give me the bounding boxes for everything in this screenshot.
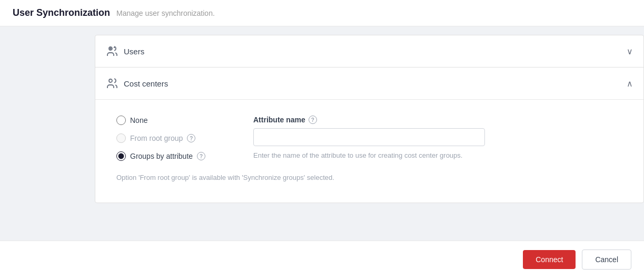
from-root-group-help-icon[interactable]: ? bbox=[187, 134, 195, 142]
cancel-button[interactable]: Cancel bbox=[582, 250, 631, 270]
radio-from-root-group-label[interactable]: From root group bbox=[130, 134, 183, 142]
cost-centers-section: Cost centers ∧ None bbox=[95, 68, 643, 203]
page-title: User Synchronization bbox=[13, 7, 110, 18]
options-and-attribute: None From root group ? Group bbox=[116, 116, 622, 161]
cost-centers-section-header[interactable]: Cost centers ∧ bbox=[95, 68, 643, 100]
svg-point-1 bbox=[110, 48, 111, 49]
attribute-label-row: Attribute name ? bbox=[253, 116, 485, 124]
users-section-left: Users bbox=[106, 45, 144, 57]
radio-none-label[interactable]: None bbox=[130, 116, 147, 124]
svg-point-3 bbox=[109, 79, 112, 82]
attribute-hint: Enter the name of the attribute to use f… bbox=[253, 150, 485, 161]
radio-groups-by-attribute-label[interactable]: Groups by attribute bbox=[130, 152, 193, 160]
page-subtitle: Manage user synchronization. bbox=[116, 9, 215, 17]
svg-point-2 bbox=[114, 47, 115, 48]
users-chevron: ∨ bbox=[627, 46, 633, 56]
radio-none[interactable] bbox=[116, 116, 126, 125]
page-header: User Synchronization Manage user synchro… bbox=[0, 0, 644, 26]
attribute-name-input[interactable] bbox=[253, 128, 485, 146]
users-section-title: Users bbox=[124, 47, 144, 56]
option-from-root-group: From root group ? bbox=[116, 133, 222, 143]
cost-centers-icon bbox=[106, 77, 118, 90]
attribute-section: Attribute name ? Enter the name of the a… bbox=[253, 116, 485, 161]
connect-button[interactable]: Connect bbox=[523, 250, 576, 269]
footer: Connect Cancel bbox=[0, 241, 644, 278]
panel: Users ∨ Cost centers ∧ bbox=[95, 35, 644, 203]
users-section-header[interactable]: Users ∨ bbox=[95, 35, 643, 68]
cost-centers-section-title: Cost centers bbox=[124, 79, 168, 88]
cost-centers-chevron: ∧ bbox=[627, 79, 633, 89]
attribute-name-help-icon[interactable]: ? bbox=[309, 116, 317, 124]
groups-by-attribute-help-icon[interactable]: ? bbox=[197, 152, 205, 160]
radio-options: None From root group ? Group bbox=[116, 116, 222, 161]
attribute-name-label: Attribute name bbox=[253, 116, 305, 124]
users-icon bbox=[106, 45, 118, 57]
cost-centers-section-left: Cost centers bbox=[106, 77, 168, 90]
page-wrapper: User Synchronization Manage user synchro… bbox=[0, 0, 644, 278]
radio-groups-by-attribute[interactable] bbox=[116, 151, 126, 161]
svg-point-0 bbox=[109, 47, 112, 50]
info-text: Option 'From root group' is available wi… bbox=[116, 174, 622, 181]
option-groups-by-attribute: Groups by attribute ? bbox=[116, 151, 222, 161]
option-none: None bbox=[116, 116, 222, 125]
cost-centers-body: None From root group ? Group bbox=[95, 100, 643, 203]
radio-from-root-group[interactable] bbox=[116, 133, 126, 143]
content-area: Users ∨ Cost centers ∧ bbox=[0, 26, 644, 241]
